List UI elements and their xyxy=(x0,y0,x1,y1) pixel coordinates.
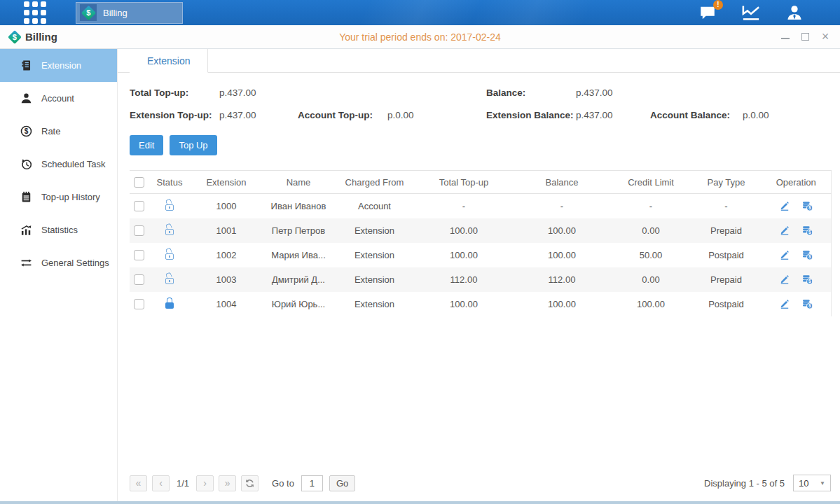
col-credit-limit: Credit Limit xyxy=(611,171,691,194)
extension-cell: 1002 xyxy=(190,243,263,267)
system-taskbar: $ Billing ! xyxy=(0,0,840,25)
minimize-button[interactable] xyxy=(781,34,790,39)
table-row: 1004Юрий Юрь...Extension100.00100.00100.… xyxy=(130,292,831,316)
col-name: Name xyxy=(263,171,334,194)
charged-from-cell: Extension xyxy=(334,267,415,292)
top-up-row-icon[interactable]: $ xyxy=(801,225,813,236)
billing-summary: Total Top-up: p.437.00 Balance: p.437.00… xyxy=(130,88,831,120)
sidebar-item-label: Scheduled Task xyxy=(41,159,106,169)
edit-row-icon[interactable] xyxy=(779,298,790,309)
taskbar-item-billing[interactable]: $ Billing xyxy=(76,2,183,24)
extension-cell: 1003 xyxy=(190,267,263,292)
chevron-down-icon: ▼ xyxy=(820,480,825,486)
extension-topup-field: Extension Top-up: p.437.00 xyxy=(130,110,298,120)
row-checkbox[interactable] xyxy=(134,250,144,260)
sidebar-item-extension[interactable]: Extension xyxy=(0,49,117,82)
row-checkbox[interactable] xyxy=(134,274,144,285)
total-topup-cell: 100.00 xyxy=(415,243,513,267)
total-topup-value: p.437.00 xyxy=(219,88,256,98)
table-row: 1000Иван ИвановAccount----$ xyxy=(130,194,831,218)
display-info: Displaying 1 - 5 of 5 xyxy=(704,478,785,489)
refresh-button[interactable] xyxy=(241,475,259,491)
account-topup-label: Account Top-up: xyxy=(298,110,387,120)
svg-text:$: $ xyxy=(808,205,811,211)
status-lock-icon xyxy=(165,224,174,235)
row-checkbox[interactable] xyxy=(134,225,144,236)
window-bottom-edge xyxy=(0,501,840,504)
col-status: Status xyxy=(149,171,190,194)
total-topup-field: Total Top-up: p.437.00 xyxy=(130,88,486,98)
total-topup-label: Total Top-up: xyxy=(130,88,219,98)
credit-limit-cell: 50.00 xyxy=(611,243,691,267)
edit-row-icon[interactable] xyxy=(779,200,790,211)
top-up-row-icon[interactable]: $ xyxy=(801,274,813,285)
extension-cell: 1004 xyxy=(190,292,263,316)
resource-monitor-chart-icon[interactable] xyxy=(741,4,762,22)
col-total-topup: Total Top-up xyxy=(415,171,513,194)
goto-page-input[interactable] xyxy=(301,475,323,491)
app-launcher-grid-icon[interactable] xyxy=(24,1,46,24)
close-button[interactable]: × xyxy=(820,32,830,42)
top-up-row-icon[interactable]: $ xyxy=(801,200,813,211)
account-balance-value: p.0.00 xyxy=(743,110,769,120)
col-pay-type: Pay Type xyxy=(691,171,762,194)
sidebar-nav: Extension Account $ Rate xyxy=(0,49,118,501)
total-topup-cell: - xyxy=(415,194,513,218)
charged-from-cell: Extension xyxy=(334,218,415,243)
balance-value: p.437.00 xyxy=(576,88,613,98)
sidebar-item-general-settings[interactable]: General Settings xyxy=(0,246,117,279)
first-page-button[interactable]: « xyxy=(130,475,147,491)
notifications-chat-icon[interactable]: ! xyxy=(697,4,718,22)
billing-app-window: $ Billing ! $ xyxy=(0,0,840,504)
topup-history-notebook-icon xyxy=(20,191,32,203)
sidebar-item-account[interactable]: Account xyxy=(0,82,117,115)
extension-topup-label: Extension Top-up: xyxy=(130,110,219,120)
goto-label: Go to xyxy=(272,478,294,489)
balance-field: Balance: p.437.00 xyxy=(486,88,831,98)
name-cell: Иван Иванов xyxy=(263,194,334,218)
pay-type-cell: Postpaid xyxy=(691,292,762,316)
extension-balance-label: Extension Balance: xyxy=(486,110,576,120)
page-size-select[interactable]: 10 ▼ xyxy=(793,475,831,491)
sidebar-item-rate[interactable]: $ Rate xyxy=(0,115,117,148)
account-person-icon xyxy=(20,92,32,104)
go-button[interactable]: Go xyxy=(329,475,355,491)
status-lock-icon xyxy=(165,200,174,211)
user-account-icon[interactable] xyxy=(784,4,805,22)
name-cell: Дмитрий Д... xyxy=(263,267,334,292)
top-up-button[interactable]: Top Up xyxy=(170,135,216,155)
status-lock-icon xyxy=(165,248,174,260)
svg-text:$: $ xyxy=(808,303,811,309)
status-lock-icon xyxy=(165,298,174,309)
edit-button[interactable]: Edit xyxy=(130,135,163,155)
account-balance-label: Account Balance: xyxy=(650,110,743,120)
edit-row-icon[interactable] xyxy=(779,274,790,285)
pay-type-cell: Prepaid xyxy=(691,267,762,292)
col-extension: Extension xyxy=(190,171,263,194)
last-page-button[interactable]: » xyxy=(219,475,236,491)
col-operation: Operation xyxy=(762,171,831,194)
sidebar-item-statistics[interactable]: Statistics xyxy=(0,214,117,246)
sidebar-item-scheduled-task[interactable]: Scheduled Task xyxy=(0,148,117,181)
account-topup-value: p.0.00 xyxy=(387,110,414,120)
table-row: 1001Петр ПетровExtension100.00100.000.00… xyxy=(130,218,831,243)
maximize-button[interactable] xyxy=(801,33,809,41)
balance-cell: 100.00 xyxy=(513,243,611,267)
prev-page-button[interactable]: ‹ xyxy=(152,475,170,491)
billing-title-icon: $ xyxy=(8,30,22,44)
select-all-checkbox[interactable] xyxy=(134,177,144,188)
sidebar-item-topup-history[interactable]: Top-up History xyxy=(0,181,117,214)
edit-row-icon[interactable] xyxy=(779,249,790,260)
next-page-button[interactable]: › xyxy=(196,475,214,491)
charged-from-cell: Account xyxy=(334,194,415,218)
edit-row-icon[interactable] xyxy=(779,225,790,236)
row-checkbox[interactable] xyxy=(134,201,144,211)
scheduled-task-clock-icon xyxy=(20,158,32,170)
total-topup-cell: 100.00 xyxy=(415,292,513,316)
row-checkbox[interactable] xyxy=(134,299,144,309)
charged-from-cell: Extension xyxy=(334,292,415,316)
top-up-row-icon[interactable]: $ xyxy=(801,249,813,260)
balance-cell: 112.00 xyxy=(513,267,611,292)
top-up-row-icon[interactable]: $ xyxy=(801,298,813,309)
tab-extension[interactable]: Extension xyxy=(130,49,208,73)
